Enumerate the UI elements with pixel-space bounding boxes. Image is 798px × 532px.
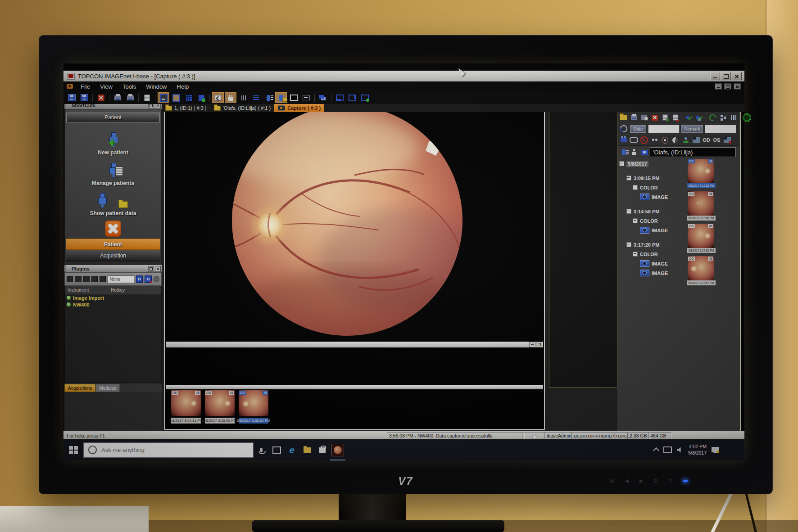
viewer-restore-button[interactable]	[529, 342, 535, 347]
layout-double-icon[interactable]	[170, 92, 182, 103]
tree-node-time[interactable]: 3:14:58 PM	[619, 207, 686, 216]
display-icon[interactable]	[663, 446, 672, 453]
filmstrip-thumbnail[interactable]: OD 45 5/8/2017 3:55:05 PM	[205, 390, 235, 424]
tab-patient-1[interactable]: 1, (ID:1) ( #:3 )	[162, 104, 210, 112]
plugin-filter-select[interactable]: None	[108, 275, 134, 283]
menu-help[interactable]: Help	[172, 81, 194, 91]
tab-capture[interactable]: Capture ( #:3 )	[274, 104, 324, 112]
timestamp-icon[interactable]	[300, 92, 312, 103]
study-thumbnail[interactable]: OD 45 5/8/2017 3:17:30 PM	[688, 224, 714, 253]
viewer-scrollbar[interactable]	[166, 342, 543, 347]
store-icon[interactable]	[315, 439, 330, 460]
menu-view[interactable]: View	[95, 81, 118, 91]
task-view-icon[interactable]	[269, 439, 284, 460]
tree-node-time[interactable]: 3:17:20 PM	[619, 240, 686, 249]
tree-node-image[interactable]: IMAGE	[619, 268, 686, 278]
collapse-icon[interactable]	[626, 242, 631, 247]
sort-swap-icon[interactable]	[619, 125, 628, 133]
os-filter-button[interactable]: OS	[712, 136, 721, 144]
report-ok-icon[interactable]	[660, 113, 670, 122]
column-options-icon[interactable]	[729, 113, 738, 122]
instrument-eye-icon[interactable]	[91, 276, 98, 282]
study-thumbnail[interactable]: OD 45 5/8/2017 3:17:57 PM	[688, 256, 714, 285]
tree-node-type[interactable]: COLOR	[619, 216, 686, 225]
file-explorer-icon[interactable]	[299, 439, 315, 460]
print-preview-icon[interactable]	[124, 92, 136, 103]
nav-button-patient[interactable]: Patient	[66, 239, 160, 250]
stereo-viewer-icon[interactable]	[629, 136, 639, 144]
maximize-button[interactable]	[721, 72, 731, 80]
mic-icon[interactable]	[254, 439, 269, 460]
patient-details-icon[interactable]	[263, 92, 274, 103]
remark-filter-label[interactable]: Remark	[681, 125, 703, 133]
layout-rotate-icon[interactable]	[195, 92, 207, 103]
child-minimize-button[interactable]	[715, 83, 722, 90]
menu-tools[interactable]: Tools	[118, 81, 141, 91]
posture-person-icon[interactable]	[681, 136, 690, 144]
capture-plug-icon[interactable]	[225, 92, 236, 103]
instrument-wrench-icon[interactable]	[75, 276, 81, 282]
instrument-flask-icon[interactable]	[67, 276, 73, 282]
grid-clear-icon[interactable]	[722, 136, 732, 144]
refresh-tree-icon[interactable]	[708, 113, 717, 122]
collapse-icon[interactable]	[626, 176, 631, 180]
hotkey-button[interactable]: H	[136, 275, 143, 283]
viewer-maximize-button[interactable]	[536, 342, 542, 347]
list-view-icon[interactable]	[250, 92, 262, 103]
speaker-icon[interactable]	[677, 447, 683, 453]
save-all-icon[interactable]	[78, 92, 90, 103]
hide-image-icon[interactable]	[639, 136, 649, 144]
tree-node-image[interactable]: IMAGE	[619, 225, 686, 235]
fixation-target-icon[interactable]	[660, 136, 670, 144]
fullscreen-icon[interactable]	[288, 92, 299, 103]
tree-node-type[interactable]: COLOR	[619, 183, 686, 192]
patient-name-field[interactable]: 'Olafs, (ID:Lilja)	[650, 147, 736, 157]
study-thumbnail-selected[interactable]: OD 45 5/8/2017 3:12:36 PM	[688, 159, 714, 188]
select-branch-icon[interactable]	[694, 113, 704, 122]
tree-node-date[interactable]: 5/8/2017	[619, 159, 686, 168]
tree-node-image[interactable]: IMAGE	[619, 259, 686, 268]
collapse-icon[interactable]	[633, 185, 638, 190]
mdi-child-icon[interactable]	[67, 84, 73, 89]
study-thumbnail[interactable]: OS 45 5/8/2017 3:13:00 PM	[688, 191, 714, 221]
adjust-sliders-icon[interactable]	[237, 92, 249, 103]
collapse-icon[interactable]	[619, 161, 624, 166]
collapse-icon[interactable]	[633, 218, 638, 223]
tree-node-type[interactable]: COLOR	[619, 249, 686, 259]
date-filter-input[interactable]	[648, 125, 680, 133]
movie-camera-icon[interactable]	[619, 136, 628, 144]
edge-icon[interactable]: e	[284, 439, 299, 460]
tile-side-icon[interactable]	[346, 92, 358, 103]
print-icon[interactable]	[112, 92, 123, 103]
camera-icon[interactable]	[639, 148, 649, 157]
search-box[interactable]	[83, 442, 254, 458]
filmstrip-thumbnail[interactable]: OD 45 5/8/2017 3:54:31 PM	[171, 390, 201, 424]
pair-view-icon[interactable]	[650, 136, 659, 144]
settings-gear-icon[interactable]	[742, 113, 752, 122]
plugins-panel-header[interactable]: Plugins	[64, 265, 162, 272]
nav-button-acquisition[interactable]: Acquisition	[66, 250, 160, 261]
taskbar-clock[interactable]: 4:02 PM 5/8/2017	[688, 444, 707, 456]
grid-numbers-icon[interactable]	[691, 136, 701, 144]
hotkey-clear-button[interactable]: H	[145, 275, 151, 283]
save-icon[interactable]	[66, 92, 77, 103]
menu-window[interactable]: Window	[141, 81, 172, 91]
fundus-image-viewport[interactable]	[166, 112, 543, 341]
tile-bottom-icon[interactable]	[334, 92, 345, 103]
menu-file[interactable]: File	[76, 81, 95, 91]
tree-node-image[interactable]: IMAGE	[619, 192, 686, 202]
print-icon[interactable]	[629, 113, 639, 122]
select-one-icon[interactable]	[684, 113, 694, 122]
remark-filter-input[interactable]	[705, 125, 736, 133]
panel-float-icon[interactable]	[148, 266, 154, 272]
collapse-icon[interactable]	[626, 209, 631, 214]
cascade-windows-icon[interactable]	[317, 92, 329, 103]
delete-icon[interactable]	[650, 113, 659, 122]
collapse-icon[interactable]	[633, 252, 638, 257]
instrument-probe-icon[interactable]	[83, 276, 90, 282]
date-filter-label[interactable]: Date	[630, 125, 646, 133]
od-filter-button[interactable]: OD	[702, 136, 711, 144]
filmstrip-thumbnail-selected[interactable]: OD 45 5/8/2017 3:55:54 PM	[239, 390, 268, 424]
panel-close-icon[interactable]	[155, 266, 161, 272]
tab-acquisitions[interactable]: Acquisitions	[64, 384, 95, 392]
